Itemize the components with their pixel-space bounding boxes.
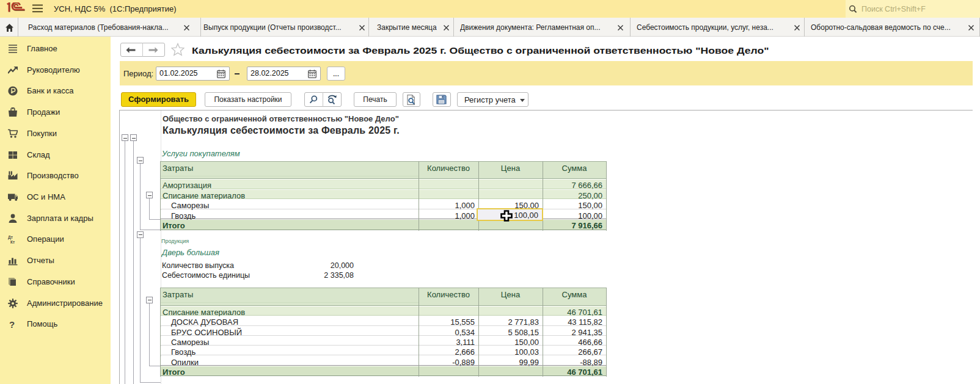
svg-text:Дт: Дт <box>8 235 13 240</box>
svg-text:Кт: Кт <box>10 240 15 244</box>
svg-text:?: ? <box>9 319 15 329</box>
